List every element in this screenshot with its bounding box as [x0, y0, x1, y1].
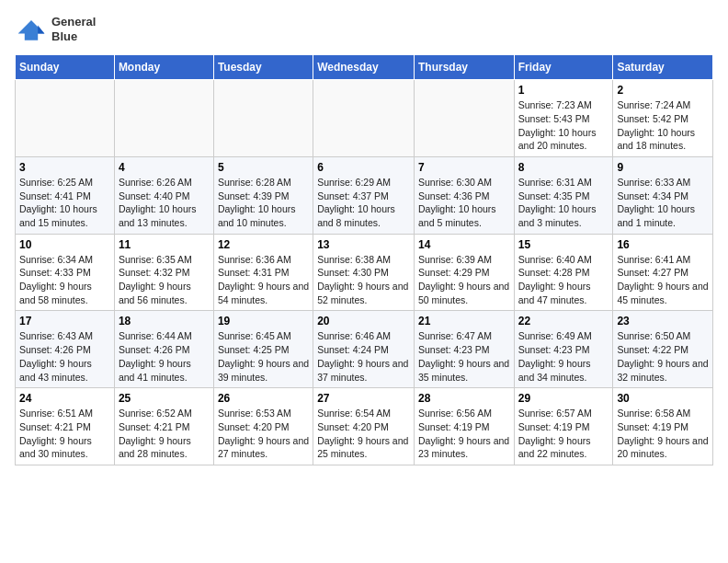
weekday-header: Sunday — [16, 55, 115, 80]
day-number: 6 — [317, 161, 410, 174]
calendar-week-row: 1Sunrise: 7:23 AM Sunset: 5:43 PM Daylig… — [16, 80, 713, 157]
day-info: Sunrise: 6:50 AM Sunset: 4:22 PM Dayligh… — [617, 329, 709, 384]
calendar-cell — [16, 80, 115, 157]
calendar-cell: 19Sunrise: 6:45 AM Sunset: 4:25 PM Dayli… — [213, 311, 313, 388]
day-info: Sunrise: 6:25 AM Sunset: 4:41 PM Dayligh… — [19, 176, 110, 230]
day-number: 2 — [617, 84, 709, 97]
day-info: Sunrise: 6:29 AM Sunset: 4:37 PM Dayligh… — [317, 176, 410, 230]
day-number: 5 — [218, 161, 309, 174]
day-info: Sunrise: 6:38 AM Sunset: 4:30 PM Dayligh… — [317, 253, 410, 307]
calendar-cell: 5Sunrise: 6:28 AM Sunset: 4:39 PM Daylig… — [213, 156, 313, 234]
day-number: 1 — [518, 84, 609, 97]
calendar-cell — [414, 80, 514, 157]
day-info: Sunrise: 6:36 AM Sunset: 4:31 PM Dayligh… — [218, 253, 309, 307]
calendar-cell: 7Sunrise: 6:30 AM Sunset: 4:36 PM Daylig… — [414, 156, 514, 234]
day-info: Sunrise: 6:47 AM Sunset: 4:23 PM Dayligh… — [418, 329, 510, 384]
day-number: 9 — [617, 161, 709, 174]
day-number: 14 — [418, 238, 510, 251]
calendar-cell — [313, 80, 415, 157]
calendar-cell: 21Sunrise: 6:47 AM Sunset: 4:23 PM Dayli… — [414, 311, 514, 388]
day-number: 19 — [218, 315, 309, 327]
day-number: 22 — [518, 315, 609, 327]
calendar-cell: 13Sunrise: 6:38 AM Sunset: 4:30 PM Dayli… — [313, 234, 415, 311]
day-info: Sunrise: 6:46 AM Sunset: 4:24 PM Dayligh… — [317, 329, 410, 384]
day-info: Sunrise: 6:58 AM Sunset: 4:19 PM Dayligh… — [617, 407, 709, 461]
day-info: Sunrise: 6:49 AM Sunset: 4:23 PM Dayligh… — [518, 329, 609, 384]
day-number: 10 — [19, 238, 110, 251]
calendar-cell: 3Sunrise: 6:25 AM Sunset: 4:41 PM Daylig… — [16, 156, 115, 234]
day-number: 30 — [617, 392, 709, 405]
day-info: Sunrise: 6:33 AM Sunset: 4:34 PM Dayligh… — [617, 176, 709, 230]
day-number: 18 — [119, 315, 210, 327]
day-info: Sunrise: 6:34 AM Sunset: 4:33 PM Dayligh… — [19, 253, 110, 307]
calendar-week-row: 10Sunrise: 6:34 AM Sunset: 4:33 PM Dayli… — [16, 234, 713, 311]
calendar-cell: 29Sunrise: 6:57 AM Sunset: 4:19 PM Dayli… — [514, 388, 613, 465]
day-number: 15 — [518, 238, 609, 251]
calendar-week-row: 3Sunrise: 6:25 AM Sunset: 4:41 PM Daylig… — [16, 156, 713, 234]
day-number: 11 — [119, 238, 210, 251]
weekday-header: Monday — [114, 55, 213, 80]
page-header: General Blue — [15, 15, 713, 43]
calendar-cell: 20Sunrise: 6:46 AM Sunset: 4:24 PM Dayli… — [313, 311, 415, 388]
calendar-cell: 2Sunrise: 7:24 AM Sunset: 5:42 PM Daylig… — [613, 80, 713, 157]
day-number: 3 — [19, 161, 110, 174]
calendar-week-row: 24Sunrise: 6:51 AM Sunset: 4:21 PM Dayli… — [16, 388, 713, 465]
day-info: Sunrise: 6:45 AM Sunset: 4:25 PM Dayligh… — [218, 329, 309, 384]
day-number: 13 — [317, 238, 410, 251]
day-info: Sunrise: 6:56 AM Sunset: 4:19 PM Dayligh… — [418, 407, 510, 461]
day-info: Sunrise: 6:41 AM Sunset: 4:27 PM Dayligh… — [617, 253, 709, 307]
calendar-cell: 15Sunrise: 6:40 AM Sunset: 4:28 PM Dayli… — [514, 234, 613, 311]
day-number: 28 — [418, 392, 510, 405]
calendar-cell: 24Sunrise: 6:51 AM Sunset: 4:21 PM Dayli… — [16, 388, 115, 465]
calendar-cell — [114, 80, 213, 157]
calendar-cell — [213, 80, 313, 157]
logo-text: General Blue — [51, 15, 96, 43]
day-info: Sunrise: 6:26 AM Sunset: 4:40 PM Dayligh… — [119, 176, 210, 230]
day-info: Sunrise: 7:24 AM Sunset: 5:42 PM Dayligh… — [617, 98, 709, 153]
calendar-cell: 14Sunrise: 6:39 AM Sunset: 4:29 PM Dayli… — [414, 234, 514, 311]
weekday-header: Tuesday — [213, 55, 313, 80]
day-info: Sunrise: 6:52 AM Sunset: 4:21 PM Dayligh… — [119, 407, 210, 461]
day-number: 26 — [218, 392, 309, 405]
calendar-cell: 18Sunrise: 6:44 AM Sunset: 4:26 PM Dayli… — [114, 311, 213, 388]
day-info: Sunrise: 6:30 AM Sunset: 4:36 PM Dayligh… — [418, 176, 510, 230]
day-number: 24 — [19, 392, 110, 405]
day-info: Sunrise: 6:53 AM Sunset: 4:20 PM Dayligh… — [218, 407, 309, 461]
calendar-cell: 26Sunrise: 6:53 AM Sunset: 4:20 PM Dayli… — [213, 388, 313, 465]
calendar-cell: 6Sunrise: 6:29 AM Sunset: 4:37 PM Daylig… — [313, 156, 415, 234]
weekday-header: Friday — [514, 55, 613, 80]
day-number: 7 — [418, 161, 510, 174]
calendar-cell: 4Sunrise: 6:26 AM Sunset: 4:40 PM Daylig… — [114, 156, 213, 234]
day-number: 29 — [518, 392, 609, 405]
day-info: Sunrise: 6:43 AM Sunset: 4:26 PM Dayligh… — [19, 329, 110, 384]
day-number: 4 — [119, 161, 210, 174]
day-info: Sunrise: 6:28 AM Sunset: 4:39 PM Dayligh… — [218, 176, 309, 230]
day-number: 17 — [19, 315, 110, 327]
day-number: 12 — [218, 238, 309, 251]
calendar-cell: 9Sunrise: 6:33 AM Sunset: 4:34 PM Daylig… — [613, 156, 713, 234]
day-number: 21 — [418, 315, 510, 327]
weekday-header: Wednesday — [313, 55, 415, 80]
day-info: Sunrise: 7:23 AM Sunset: 5:43 PM Dayligh… — [518, 98, 609, 153]
day-number: 27 — [317, 392, 410, 405]
day-info: Sunrise: 6:54 AM Sunset: 4:20 PM Dayligh… — [317, 407, 410, 461]
calendar-table: SundayMondayTuesdayWednesdayThursdayFrid… — [15, 54, 713, 465]
day-info: Sunrise: 6:39 AM Sunset: 4:29 PM Dayligh… — [418, 253, 510, 307]
day-info: Sunrise: 6:31 AM Sunset: 4:35 PM Dayligh… — [518, 176, 609, 230]
day-info: Sunrise: 6:51 AM Sunset: 4:21 PM Dayligh… — [19, 407, 110, 461]
weekday-header: Thursday — [414, 55, 514, 80]
calendar-cell: 11Sunrise: 6:35 AM Sunset: 4:32 PM Dayli… — [114, 234, 213, 311]
calendar-cell: 27Sunrise: 6:54 AM Sunset: 4:20 PM Dayli… — [313, 388, 415, 465]
day-info: Sunrise: 6:35 AM Sunset: 4:32 PM Dayligh… — [119, 253, 210, 307]
calendar-cell: 25Sunrise: 6:52 AM Sunset: 4:21 PM Dayli… — [114, 388, 213, 465]
calendar-header-row: SundayMondayTuesdayWednesdayThursdayFrid… — [16, 55, 713, 80]
day-number: 16 — [617, 238, 709, 251]
day-number: 20 — [317, 315, 410, 327]
calendar-cell: 10Sunrise: 6:34 AM Sunset: 4:33 PM Dayli… — [16, 234, 115, 311]
calendar-cell: 1Sunrise: 7:23 AM Sunset: 5:43 PM Daylig… — [514, 80, 613, 157]
calendar-week-row: 17Sunrise: 6:43 AM Sunset: 4:26 PM Dayli… — [16, 311, 713, 388]
weekday-header: Saturday — [613, 55, 713, 80]
calendar-cell: 12Sunrise: 6:36 AM Sunset: 4:31 PM Dayli… — [213, 234, 313, 311]
calendar-cell: 16Sunrise: 6:41 AM Sunset: 4:27 PM Dayli… — [613, 234, 713, 311]
day-number: 8 — [518, 161, 609, 174]
